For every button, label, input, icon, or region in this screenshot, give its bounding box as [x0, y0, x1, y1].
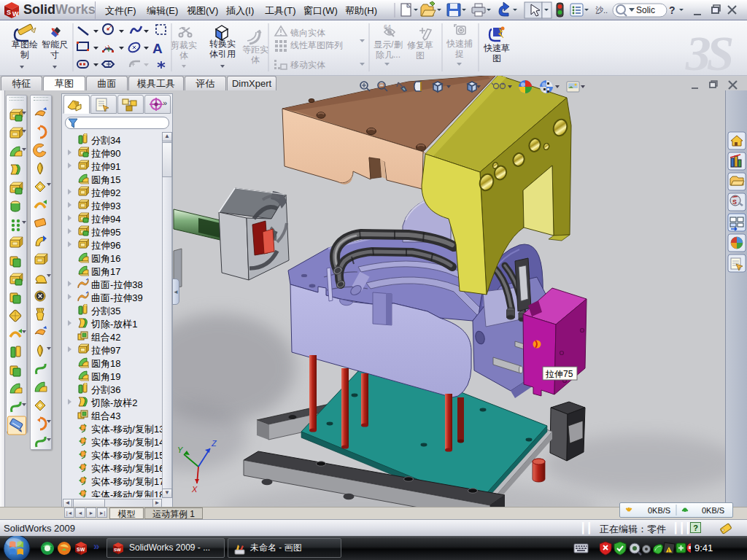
- svg-text:W: W: [12, 10, 19, 18]
- svg-text:64: 64: [384, 23, 391, 31]
- svg-text:0KB/S: 0KB/S: [648, 506, 670, 515]
- svg-text:Y: Y: [177, 446, 183, 454]
- svg-text:A: A: [152, 41, 163, 56]
- svg-text:?: ?: [669, 4, 676, 16]
- svg-text:»: »: [93, 540, 99, 552]
- svg-text:Z: Z: [211, 439, 217, 448]
- svg-text:S: S: [7, 9, 11, 16]
- svg-text:沙..: 沙..: [595, 6, 608, 15]
- svg-text:Solic: Solic: [636, 5, 655, 15]
- svg-text:0KB/S: 0KB/S: [702, 506, 724, 515]
- svg-text:ЗS: ЗS: [685, 26, 734, 76]
- svg-text:S: S: [732, 198, 737, 206]
- svg-text:!: !: [668, 548, 670, 553]
- svg-text:拉伸75: 拉伸75: [545, 369, 573, 379]
- svg-text:X: X: [191, 485, 198, 494]
- svg-text:SW: SW: [77, 547, 85, 552]
- svg-text:SW: SW: [114, 548, 121, 552]
